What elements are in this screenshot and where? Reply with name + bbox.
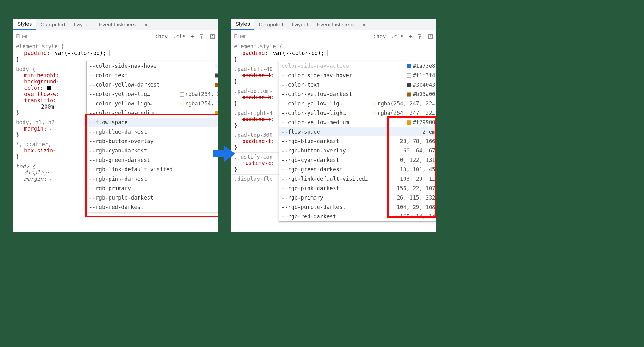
- color-swatch[interactable]: [47, 86, 51, 90]
- autocomplete-popup[interactable]: --color-side-nav-hover#f1f3f4--color-tex…: [86, 61, 218, 212]
- autocomplete-item[interactable]: --rgb-red-darkest: [87, 202, 218, 212]
- css-prop[interactable]: overflow-w: [24, 91, 56, 97]
- hov-button[interactable]: :hov: [153, 30, 170, 42]
- tabbar: Styles Computed Layout Event Listeners »: [231, 19, 436, 30]
- panel-toggle-icon[interactable]: [207, 30, 218, 42]
- svg-rect-1: [428, 35, 433, 38]
- autocomplete-item[interactable]: --rgb-button-overlay60, 64, 67: [279, 146, 436, 155]
- css-prop[interactable]: background: [24, 78, 56, 85]
- css-prop[interactable]: padding-r: [242, 116, 271, 122]
- autocomplete-item[interactable]: --flow-space: [87, 118, 218, 127]
- css-prop[interactable]: padding: [242, 50, 265, 56]
- selector: body {: [16, 66, 35, 72]
- paint-icon[interactable]: [415, 30, 425, 42]
- new-style-button[interactable]: +: [188, 30, 196, 42]
- autocomplete-item[interactable]: --color-yellow-darkest#b05a00: [279, 89, 436, 99]
- autocomplete-item[interactable]: --rgb-blue-darkest23, 78, 166: [279, 136, 436, 146]
- var-name: --rgb-cyan-darkest: [89, 147, 147, 155]
- panel-toggle-icon[interactable]: [425, 30, 436, 42]
- css-prop[interactable]: margin: [24, 125, 43, 132]
- tab-more[interactable]: »: [358, 19, 370, 30]
- autocomplete-item[interactable]: --color-yellow-ligh…rgba(254, 247, 22…: [87, 99, 218, 108]
- css-prop[interactable]: justify-c: [242, 160, 271, 166]
- autocomplete-item[interactable]: --rgb-cyan-darkest0, 122, 131: [279, 155, 436, 165]
- autocomplete-popup[interactable]: color-side-nav-active#1a73e8--color-side…: [279, 61, 436, 222]
- autocomplete-item[interactable]: --rgb-purple-darkest: [87, 193, 218, 202]
- autocomplete-item[interactable]: --rgb-link-default-visited…103, 29, 1…: [279, 174, 436, 184]
- tab-computed[interactable]: Computed: [254, 19, 287, 30]
- var-value: 26, 115, 232: [397, 194, 435, 202]
- css-prop[interactable]: box-sizin: [24, 147, 53, 154]
- var-value: rgba(254, 247, 22…: [180, 99, 218, 108]
- autocomplete-item[interactable]: --color-text#3c4043: [87, 71, 218, 80]
- autocomplete-item[interactable]: --color-yellow-lig…rgba(254, 247, 22…: [87, 89, 218, 99]
- autocomplete-item[interactable]: --rgb-pink-darkest156, 22, 107: [279, 184, 436, 193]
- autocomplete-item[interactable]: --rgb-pink-darkest: [87, 174, 218, 184]
- tab-layout[interactable]: Layout: [70, 19, 94, 30]
- css-prop[interactable]: padding-t: [242, 138, 271, 144]
- css-value-input[interactable]: var(--color-bg);: [53, 50, 110, 56]
- autocomplete-item[interactable]: color-side-nav-active#1a73e8: [279, 61, 436, 71]
- expand-marker-icon[interactable]: ▸: [50, 178, 52, 182]
- filter-input[interactable]: [231, 30, 371, 42]
- selector: .pad-left-40: [234, 66, 273, 72]
- rule-close: }: [234, 166, 237, 173]
- color-swatch: [215, 64, 218, 68]
- autocomplete-item[interactable]: --rgb-purple-darkest104, 29, 168: [279, 202, 436, 212]
- styles-toolbar: :hov .cls +: [13, 30, 218, 42]
- var-value: #f1f3f4: [407, 71, 435, 79]
- autocomplete-item[interactable]: --color-yellow-lig…rgba(254, 247, 22…: [279, 99, 436, 108]
- autocomplete-item[interactable]: --color-yellow-medium#f29900: [87, 108, 218, 118]
- tab-computed[interactable]: Computed: [36, 19, 69, 30]
- tab-event-listeners[interactable]: Event Listeners: [313, 19, 358, 30]
- cls-button[interactable]: .cls: [389, 30, 406, 42]
- tab-styles[interactable]: Styles: [231, 19, 254, 30]
- css-prop[interactable]: padding-b: [242, 94, 271, 100]
- var-name: --color-text: [282, 81, 320, 89]
- color-swatch: [215, 83, 218, 87]
- css-prop[interactable]: padding-l: [242, 72, 271, 78]
- expand-marker-icon[interactable]: ▸: [50, 127, 52, 131]
- var-value: #3c4043: [407, 81, 435, 89]
- paint-icon[interactable]: [196, 30, 207, 42]
- css-prop[interactable]: transitio: [24, 97, 53, 104]
- rule-close: }: [16, 110, 19, 116]
- autocomplete-item[interactable]: --color-yellow-ligh…rgba(254, 247, 22…: [279, 108, 436, 118]
- css-prop[interactable]: display: [24, 169, 47, 176]
- color-swatch: [372, 111, 376, 115]
- var-value: 0, 122, 131: [400, 156, 435, 164]
- new-style-button[interactable]: +: [406, 30, 415, 42]
- autocomplete-item[interactable]: --color-yellow-medium#f29900: [279, 118, 436, 127]
- autocomplete-item[interactable]: --rgb-primary: [87, 184, 218, 193]
- autocomplete-item[interactable]: --flow-space2rem: [279, 127, 436, 136]
- color-swatch: [180, 92, 184, 97]
- rule-close: }: [16, 154, 19, 160]
- autocomplete-item[interactable]: --rgb-blue-darkest: [87, 127, 218, 136]
- css-prop[interactable]: margin: [24, 176, 43, 182]
- autocomplete-item[interactable]: --rgb-red-darkest165, 14, 14: [279, 212, 436, 221]
- tab-styles[interactable]: Styles: [13, 19, 36, 30]
- autocomplete-item[interactable]: --rgb-button-overlay: [87, 136, 218, 146]
- tab-more[interactable]: »: [140, 19, 152, 30]
- autocomplete-item[interactable]: --rgb-green-darkest13, 101, 45: [279, 165, 436, 174]
- tab-layout[interactable]: Layout: [288, 19, 313, 30]
- css-prop[interactable]: min-height: [24, 72, 56, 78]
- hov-button[interactable]: :hov: [371, 30, 389, 42]
- autocomplete-item[interactable]: --color-text#3c4043: [279, 80, 436, 89]
- autocomplete-item[interactable]: --color-side-nav-hover#f1f3f4: [87, 61, 218, 71]
- autocomplete-item[interactable]: --color-yellow-darkest#b05a00: [87, 80, 218, 89]
- autocomplete-item[interactable]: --rgb-link-default-visited: [87, 165, 218, 174]
- tab-event-listeners[interactable]: Event Listeners: [94, 19, 140, 30]
- filter-input[interactable]: [13, 30, 153, 42]
- autocomplete-item[interactable]: --rgb-primary26, 115, 232: [279, 193, 436, 202]
- cls-button[interactable]: .cls: [170, 30, 188, 42]
- autocomplete-item[interactable]: --rgb-cyan-darkest: [87, 146, 218, 155]
- var-name: --color-side-nav-hover: [282, 71, 352, 79]
- var-name: --rgb-primary: [282, 194, 323, 202]
- css-value-input[interactable]: var(--color-bg);: [271, 50, 328, 56]
- autocomplete-item[interactable]: --color-side-nav-hover#f1f3f4: [279, 71, 436, 80]
- css-prop[interactable]: padding: [24, 50, 47, 56]
- css-prop[interactable]: color: [24, 85, 40, 91]
- var-name: --color-yellow-ligh…: [282, 109, 346, 117]
- autocomplete-item[interactable]: --rgb-green-darkest: [87, 155, 218, 165]
